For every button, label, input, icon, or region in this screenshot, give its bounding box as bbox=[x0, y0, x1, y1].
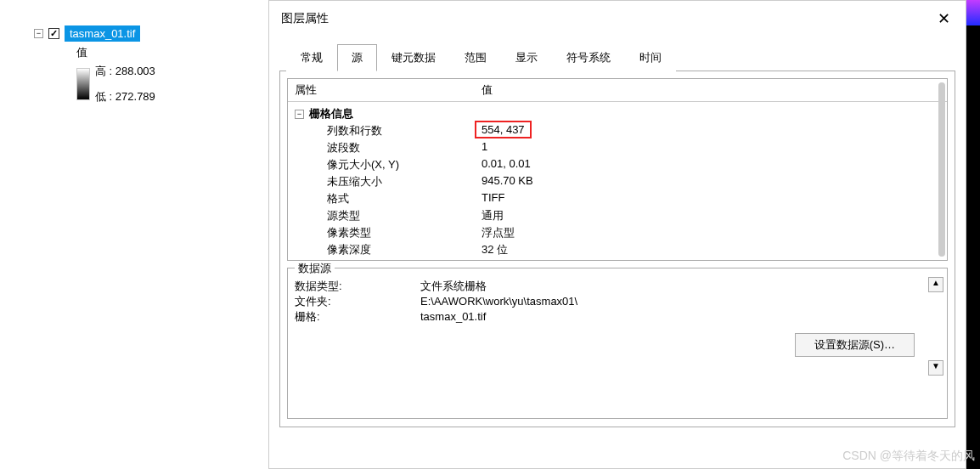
ds-value-folder: E:\AAWORK\work\yu\tasmax01\ bbox=[420, 294, 577, 309]
tab-general[interactable]: 常规 bbox=[286, 44, 337, 71]
scrollbar-icon[interactable] bbox=[938, 82, 945, 257]
prop-value: 945.70 KB bbox=[482, 174, 533, 189]
properties-table: 属性 值 − 栅格信息 列数和行数554, 437波段数1像元大小(X, Y)0… bbox=[287, 78, 948, 261]
table-row: 像素深度32 位 bbox=[295, 241, 940, 258]
value-label: 值 bbox=[76, 45, 263, 60]
layer-visibility-checkbox[interactable] bbox=[48, 28, 59, 39]
table-row: 源类型通用 bbox=[295, 207, 940, 224]
tab-extent[interactable]: 范围 bbox=[450, 44, 501, 71]
scroll-up-icon[interactable]: ▲ bbox=[928, 277, 943, 292]
tab-source[interactable]: 源 bbox=[337, 44, 377, 71]
section-collapse-toggle[interactable]: − bbox=[295, 110, 304, 119]
layer-name[interactable]: tasmax_01.tif bbox=[65, 25, 140, 42]
column-header-value: 值 bbox=[482, 82, 493, 98]
layer-symbology: 值 高 : 288.003 低 : 272.789 bbox=[0, 45, 263, 105]
table-row: 列数和行数554, 437 bbox=[295, 122, 940, 139]
prop-name: 未压缩大小 bbox=[327, 174, 482, 189]
table-row: 像素类型浮点型 bbox=[295, 224, 940, 241]
prop-name: 像素深度 bbox=[327, 242, 482, 257]
prop-name: 像素类型 bbox=[327, 225, 482, 240]
prop-name: 列数和行数 bbox=[327, 123, 482, 138]
highlight-box: 554, 437 bbox=[475, 121, 532, 138]
ds-label-type: 数据类型: bbox=[295, 279, 420, 294]
ds-value-raster: tasmax_01.tif bbox=[420, 309, 577, 325]
table-row: 像元大小(X, Y)0.01, 0.01 bbox=[295, 156, 940, 173]
scroll-down-icon[interactable]: ▼ bbox=[928, 360, 943, 376]
tab-key-metadata[interactable]: 键元数据 bbox=[377, 44, 450, 71]
prop-value: TIFF bbox=[482, 191, 504, 206]
prop-name: 源类型 bbox=[327, 208, 482, 223]
prop-value: 554, 437 bbox=[482, 123, 525, 138]
tab-bar: 常规 源 键元数据 范围 显示 符号系统 时间 bbox=[269, 43, 966, 71]
prop-name: 格式 bbox=[327, 191, 482, 206]
close-icon[interactable]: ✕ bbox=[933, 9, 954, 28]
set-datasource-button[interactable]: 设置数据源(S)… bbox=[795, 333, 915, 357]
side-accent-bar bbox=[966, 0, 980, 469]
tab-panel-source: 属性 值 − 栅格信息 列数和行数554, 437波段数1像元大小(X, Y)0… bbox=[279, 71, 955, 427]
watermark: CSDN @等待着冬天的风 bbox=[842, 449, 975, 464]
expand-toggle[interactable]: − bbox=[34, 29, 43, 38]
prop-name: 波段数 bbox=[327, 140, 482, 155]
section-title: 栅格信息 bbox=[309, 106, 353, 121]
table-row: 格式TIFF bbox=[295, 190, 940, 207]
ds-label-raster: 栅格: bbox=[295, 309, 420, 325]
tab-symbology[interactable]: 符号系统 bbox=[552, 44, 625, 71]
ds-value-type: 文件系统栅格 bbox=[420, 279, 577, 294]
dialog-title: 图层属性 bbox=[281, 11, 329, 26]
prop-value: 通用 bbox=[482, 208, 504, 223]
prop-value: 0.01, 0.01 bbox=[482, 157, 531, 172]
ds-label-folder: 文件夹: bbox=[295, 294, 420, 309]
datasource-fieldset: 数据源 数据类型: 文件夹: 栅格: 文件系统栅格 E:\AAWORK\work… bbox=[287, 268, 948, 419]
tab-display[interactable]: 显示 bbox=[501, 44, 552, 71]
column-header-attr: 属性 bbox=[295, 82, 482, 98]
prop-name: 像元大小(X, Y) bbox=[327, 157, 482, 172]
prop-value: 1 bbox=[482, 140, 487, 155]
gradient-bar-icon bbox=[76, 68, 90, 100]
low-value-label: 低 : 272.789 bbox=[95, 89, 155, 105]
toc-panel: − tasmax_01.tif 值 高 : 288.003 低 : 272.78… bbox=[0, 0, 263, 469]
table-row: 未压缩大小945.70 KB bbox=[295, 173, 940, 190]
prop-value: 浮点型 bbox=[482, 225, 515, 240]
layer-properties-dialog: 图层属性 ✕ 常规 源 键元数据 范围 显示 符号系统 时间 属性 值 − 栅格… bbox=[268, 0, 966, 469]
prop-value: 32 位 bbox=[482, 242, 508, 257]
table-row: 波段数1 bbox=[295, 139, 940, 156]
layer-tree-item[interactable]: − tasmax_01.tif bbox=[0, 25, 263, 42]
high-value-label: 高 : 288.003 bbox=[95, 64, 155, 79]
datasource-legend: 数据源 bbox=[295, 261, 335, 276]
tab-time[interactable]: 时间 bbox=[625, 44, 676, 71]
